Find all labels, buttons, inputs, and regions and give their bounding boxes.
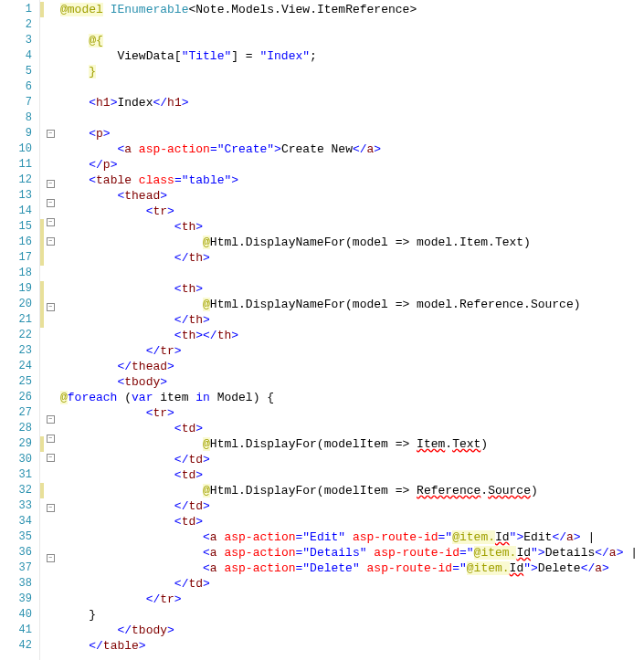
code-line[interactable]: <a asp-action="Details" asp-route-id="@i… xyxy=(60,545,644,560)
line-number[interactable]: 27 xyxy=(0,405,32,421)
code-line[interactable] xyxy=(60,110,644,126)
fold-toggle-icon[interactable]: − xyxy=(47,199,55,207)
fold-toggle-icon[interactable]: − xyxy=(47,303,55,311)
code-line[interactable]: <a asp-action="Create">Create New</a> xyxy=(60,141,644,157)
code-line[interactable]: <table class="table"> xyxy=(60,173,644,188)
code-line[interactable]: <thead> xyxy=(60,188,644,204)
code-line[interactable]: @Html.DisplayNameFor(model => model.Item… xyxy=(60,235,644,250)
line-number[interactable]: 30 xyxy=(0,452,32,467)
line-number[interactable]: 18 xyxy=(0,266,32,281)
line-number[interactable]: 13 xyxy=(0,188,32,204)
fold-toggle-icon[interactable]: − xyxy=(47,130,55,138)
code-line[interactable]: </tr> xyxy=(60,343,644,359)
line-number[interactable]: 41 xyxy=(0,623,32,638)
line-number[interactable]: 25 xyxy=(0,374,32,390)
line-number[interactable]: 17 xyxy=(0,250,32,266)
code-line[interactable]: <td> xyxy=(60,514,644,529)
line-number[interactable]: 22 xyxy=(0,328,32,343)
line-number[interactable]: 24 xyxy=(0,359,32,374)
line-number[interactable]: 28 xyxy=(0,421,32,436)
line-number[interactable]: 3 xyxy=(0,33,32,48)
line-number[interactable]: 35 xyxy=(0,529,32,545)
line-number[interactable]: 11 xyxy=(0,157,32,173)
code-line[interactable]: <th></th> xyxy=(60,328,644,343)
line-number[interactable]: 8 xyxy=(0,110,32,126)
code-line[interactable]: <tr> xyxy=(60,405,644,421)
fold-toggle-icon[interactable]: − xyxy=(47,180,55,188)
code-line[interactable]: <tbody> xyxy=(60,374,644,390)
code-line[interactable]: } xyxy=(60,607,644,623)
code-line[interactable] xyxy=(60,266,644,281)
code-line[interactable]: <tr> xyxy=(60,204,644,219)
code-line[interactable]: <h1>Index</h1> xyxy=(60,95,644,110)
line-number[interactable]: 20 xyxy=(0,297,32,312)
code-line[interactable]: </tr> xyxy=(60,592,644,607)
line-number[interactable]: 1 xyxy=(0,2,32,17)
code-line[interactable]: <th> xyxy=(60,219,644,235)
code-line[interactable]: </td> xyxy=(60,576,644,592)
code-line[interactable] xyxy=(60,79,644,95)
code-line[interactable]: <p> xyxy=(60,126,644,141)
line-number[interactable]: 33 xyxy=(0,498,32,514)
fold-toggle-icon[interactable]: − xyxy=(47,504,55,512)
fold-toggle-icon[interactable]: − xyxy=(47,237,55,246)
code-line[interactable]: @Html.DisplayNameFor(model => model.Refe… xyxy=(60,297,644,312)
code-line[interactable]: <th> xyxy=(60,281,644,297)
code-line[interactable]: </tbody> xyxy=(60,623,644,638)
line-number[interactable]: 19 xyxy=(0,281,32,297)
token-attr: asp-route-id xyxy=(367,561,453,575)
fold-gutter[interactable]: −−−−−−−−−−− xyxy=(44,0,57,660)
code-area[interactable]: @model IEnumerable<Note.Models.View.Item… xyxy=(57,0,644,660)
code-editor[interactable]: 1234567891011121314151617181920212223242… xyxy=(0,0,644,660)
line-number[interactable]: 39 xyxy=(0,592,32,607)
code-line[interactable]: <td> xyxy=(60,421,644,436)
code-line[interactable]: <td> xyxy=(60,467,644,483)
code-line[interactable]: <a asp-action="Edit" asp-route-id="@item… xyxy=(60,529,644,545)
code-line[interactable]: <a asp-action="Delete" asp-route-id="@it… xyxy=(60,560,644,576)
line-number[interactable]: 9 xyxy=(0,126,32,141)
line-number[interactable]: 42 xyxy=(0,638,32,654)
code-line[interactable]: </thead> xyxy=(60,359,644,374)
line-number[interactable]: 21 xyxy=(0,312,32,328)
code-line[interactable]: </td> xyxy=(60,498,644,514)
line-number[interactable]: 38 xyxy=(0,576,32,592)
line-number[interactable]: 5 xyxy=(0,64,32,79)
line-number[interactable]: 32 xyxy=(0,483,32,498)
line-number[interactable]: 10 xyxy=(0,141,32,157)
line-number[interactable]: 4 xyxy=(0,48,32,64)
line-number[interactable]: 12 xyxy=(0,173,32,188)
fold-toggle-icon[interactable]: − xyxy=(47,554,55,562)
line-number[interactable]: 15 xyxy=(0,219,32,235)
line-number[interactable]: 14 xyxy=(0,204,32,219)
line-number[interactable]: 37 xyxy=(0,560,32,576)
code-line[interactable]: </p> xyxy=(60,157,644,173)
code-line[interactable]: </td> xyxy=(60,452,644,467)
line-number[interactable]: 23 xyxy=(0,343,32,359)
fold-toggle-icon[interactable]: − xyxy=(47,415,55,424)
line-number[interactable]: 26 xyxy=(0,390,32,405)
code-line[interactable]: } xyxy=(60,64,644,79)
code-line[interactable]: </table> xyxy=(60,638,644,654)
code-line[interactable]: </th> xyxy=(60,250,644,266)
code-line[interactable]: @Html.DisplayFor(modelItem => Reference.… xyxy=(60,483,644,498)
line-number[interactable]: 7 xyxy=(0,95,32,110)
code-line[interactable]: @foreach (var item in Model) { xyxy=(60,390,644,405)
code-line[interactable]: @{ xyxy=(60,33,644,48)
fold-toggle-icon[interactable]: − xyxy=(47,218,55,226)
line-number-gutter[interactable]: 1234567891011121314151617181920212223242… xyxy=(0,0,40,660)
line-number[interactable]: 2 xyxy=(0,17,32,33)
code-line[interactable]: ViewData["Title"] = "Index"; xyxy=(60,48,644,64)
fold-toggle-icon[interactable]: − xyxy=(47,454,55,462)
fold-toggle-icon[interactable]: − xyxy=(47,435,55,443)
line-number[interactable]: 36 xyxy=(0,545,32,560)
code-line[interactable] xyxy=(60,17,644,33)
code-line[interactable]: </th> xyxy=(60,312,644,328)
code-line[interactable]: @Html.DisplayFor(modelItem => Item.Text) xyxy=(60,436,644,452)
code-line[interactable]: @model IEnumerable<Note.Models.View.Item… xyxy=(60,2,644,17)
line-number[interactable]: 34 xyxy=(0,514,32,529)
line-number[interactable]: 16 xyxy=(0,235,32,250)
line-number[interactable]: 40 xyxy=(0,607,32,623)
line-number[interactable]: 29 xyxy=(0,436,32,452)
line-number[interactable]: 31 xyxy=(0,467,32,483)
line-number[interactable]: 6 xyxy=(0,79,32,95)
